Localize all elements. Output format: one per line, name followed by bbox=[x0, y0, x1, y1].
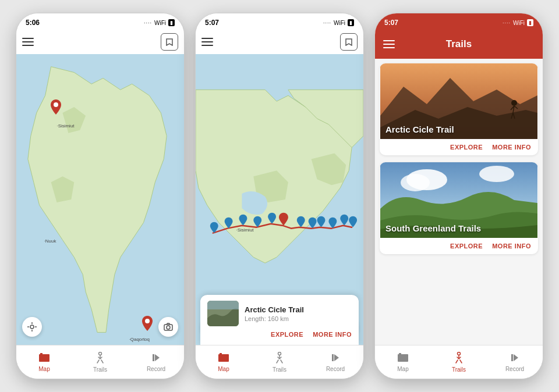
svg-rect-37 bbox=[399, 353, 401, 355]
info-text-2: Arctic Cicle Trail Length: 160 km bbox=[245, 305, 304, 322]
nav-trails-2[interactable]: Trails bbox=[252, 345, 307, 379]
nav-record-label-3: Record bbox=[505, 366, 524, 372]
svg-point-35 bbox=[479, 166, 514, 182]
trail-image-arctic: Arctic Cicle Trail bbox=[380, 63, 538, 139]
nav-trails-label-3: Trails bbox=[452, 366, 466, 373]
nav-record-label-2: Record bbox=[326, 366, 345, 372]
nav-map-label-2: Map bbox=[218, 366, 229, 372]
wifi-icon-2: WiFi bbox=[334, 20, 345, 26]
status-time-3: 5:07 bbox=[384, 19, 398, 27]
record-icon-2 bbox=[330, 352, 341, 365]
status-icons-2: ···· WiFi ▮ bbox=[323, 19, 354, 26]
phones-container: 5:06 ···· WiFi ▮ bbox=[0, 0, 559, 392]
battery-icon-2: ▮ bbox=[348, 19, 354, 26]
explore-south[interactable]: EXPLORE bbox=[450, 243, 483, 250]
nav-map-1[interactable]: Map bbox=[16, 345, 72, 379]
camera-button-1[interactable] bbox=[158, 317, 178, 337]
status-icons-3: ···· WiFi ▮ bbox=[503, 19, 533, 26]
battery-icon-3: ▮ bbox=[527, 19, 533, 26]
trail-card-south: South Greenland Trails EXPLORE MORE INFO bbox=[380, 162, 538, 254]
nav-record-3[interactable]: Record bbox=[487, 345, 543, 379]
nav-trails-3[interactable]: Trails bbox=[431, 345, 487, 379]
status-bar-3: 5:07 ···· WiFi ▮ bbox=[375, 13, 543, 30]
svg-rect-28 bbox=[220, 353, 222, 355]
trail-title-arctic: Arctic Cicle Trail bbox=[385, 124, 454, 134]
wifi-icon-3: WiFi bbox=[513, 20, 525, 26]
phone-1: 5:06 ···· WiFi ▮ bbox=[16, 13, 185, 379]
bookmark-button-1[interactable] bbox=[161, 33, 178, 51]
locate-button-1[interactable] bbox=[22, 317, 42, 337]
phone-2: 5:07 ···· WiFi ▮ bbox=[195, 13, 364, 379]
nav-trails-1[interactable]: Trails bbox=[72, 345, 128, 379]
svg-point-4 bbox=[54, 102, 58, 107]
trail-actions-south: EXPLORE MORE INFO bbox=[380, 238, 538, 254]
menu-button-3[interactable] bbox=[383, 35, 401, 53]
svg-text:·Qaqortoq: ·Qaqortoq bbox=[129, 337, 150, 342]
bottom-nav-3: Map Trails Record bbox=[375, 345, 543, 379]
nav-record-label-1: Record bbox=[147, 366, 165, 372]
trail-card-arctic: Arctic Cicle Trail EXPLORE MORE INFO bbox=[380, 63, 538, 155]
more-info-button-2[interactable]: MORE INFO bbox=[313, 331, 352, 338]
pin-qaqortoq-1 bbox=[141, 316, 153, 333]
trails-list-3: Arctic Cicle Trail EXPLORE MORE INFO bbox=[375, 59, 543, 345]
bookmark-button-2[interactable] bbox=[340, 33, 358, 51]
nav-map-label-3: Map bbox=[397, 366, 408, 372]
nav-trails-label-2: Trails bbox=[273, 366, 286, 373]
status-time-1: 5:06 bbox=[26, 19, 40, 27]
svg-rect-14 bbox=[40, 353, 43, 355]
dots-icon-3: ···· bbox=[503, 20, 511, 26]
trail-image-south: South Greenland Trails bbox=[380, 162, 538, 238]
map-icon-1 bbox=[38, 352, 50, 365]
trails-icon-2 bbox=[274, 352, 285, 365]
svg-point-15 bbox=[99, 352, 102, 355]
info-card-2: Arctic Cicle Trail Length: 160 km EXPLOR… bbox=[200, 295, 359, 345]
trail-title-south: South Greenland Trails bbox=[385, 223, 481, 233]
trail-title-2: Arctic Cicle Trail bbox=[245, 305, 304, 314]
map-svg-1: ·Sisimiut ·Nuuk ·Qaqortoq bbox=[16, 54, 184, 345]
svg-text:·Nuuk: ·Nuuk bbox=[44, 238, 56, 244]
record-icon-1 bbox=[151, 352, 161, 365]
top-bar-1 bbox=[16, 30, 184, 54]
phone-3: 5:07 ···· WiFi ▮ Trails bbox=[374, 13, 543, 379]
map-icon-3 bbox=[397, 352, 409, 365]
more-info-arctic[interactable]: MORE INFO bbox=[492, 144, 531, 151]
svg-point-34 bbox=[401, 174, 430, 191]
status-icons-1: ···· WiFi ▮ bbox=[144, 19, 175, 26]
trails-icon-3 bbox=[454, 352, 464, 365]
svg-text:·Sisimiut: ·Sisimiut bbox=[236, 227, 254, 233]
trail-thumbnail-2 bbox=[207, 301, 239, 326]
nav-record-2[interactable]: Record bbox=[307, 345, 363, 379]
status-time-2: 5:07 bbox=[205, 19, 219, 27]
bottom-nav-2: Map Trails Record bbox=[196, 345, 363, 379]
explore-arctic[interactable]: EXPLORE bbox=[450, 144, 483, 151]
nav-map-label-1: Map bbox=[38, 366, 49, 372]
svg-point-29 bbox=[278, 352, 281, 355]
menu-button-1[interactable] bbox=[22, 33, 40, 51]
svg-rect-26 bbox=[207, 301, 239, 309]
map-area-1: ·Sisimiut ·Nuuk ·Qaqortoq bbox=[16, 54, 184, 345]
more-info-south[interactable]: MORE INFO bbox=[492, 243, 531, 250]
top-bar-2 bbox=[196, 30, 363, 54]
explore-button-2[interactable]: EXPLORE bbox=[271, 331, 303, 338]
svg-point-38 bbox=[458, 352, 461, 355]
info-actions-2: EXPLORE MORE INFO bbox=[207, 331, 352, 338]
svg-point-5 bbox=[145, 319, 150, 323]
status-bar-1: 5:06 ···· WiFi ▮ bbox=[16, 13, 184, 30]
wifi-icon-1: WiFi bbox=[154, 20, 166, 26]
status-bar-2: 5:07 ···· WiFi ▮ bbox=[196, 13, 363, 30]
nav-map-3[interactable]: Map bbox=[375, 345, 431, 379]
nav-record-1[interactable]: Record bbox=[128, 345, 184, 379]
record-icon-3 bbox=[510, 352, 520, 365]
menu-button-2[interactable] bbox=[201, 33, 219, 51]
svg-point-12 bbox=[167, 326, 170, 329]
nav-map-2[interactable]: Map bbox=[196, 345, 252, 379]
nav-trails-label-1: Trails bbox=[93, 366, 107, 373]
map-area-2: ·Sisimiut bbox=[196, 54, 363, 345]
pin-sisimiut-1 bbox=[50, 99, 62, 117]
info-card-content-2: Arctic Cicle Trail Length: 160 km bbox=[207, 301, 352, 326]
header-title-3: Trails bbox=[401, 38, 517, 50]
dots-icon-1: ···· bbox=[144, 20, 152, 26]
trails-icon-1 bbox=[95, 352, 105, 365]
svg-point-31 bbox=[511, 100, 517, 106]
svg-point-6 bbox=[30, 325, 34, 329]
